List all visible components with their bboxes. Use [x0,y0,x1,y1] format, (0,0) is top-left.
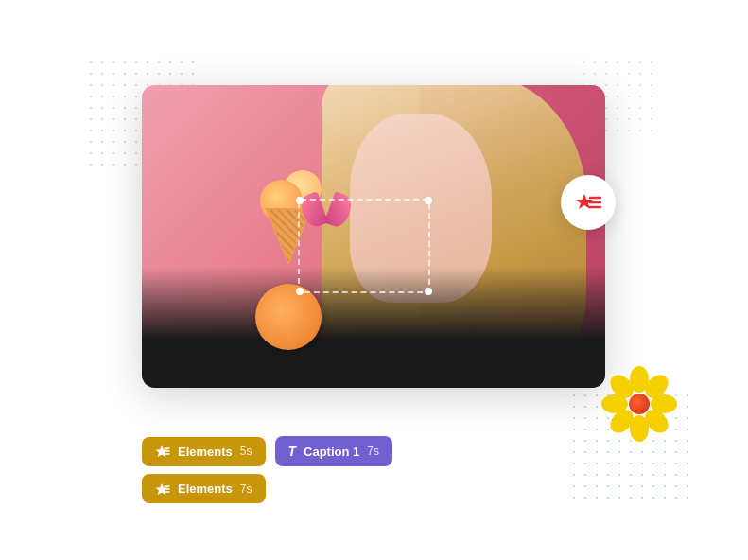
star-list-button[interactable] [561,175,616,230]
selection-handle-br[interactable] [425,288,432,295]
elements-label-1: Elements [178,445,233,459]
elements-duration-1: 5s [240,445,252,458]
elements-star-icon-1 [155,445,170,458]
caption-label-1: Caption 1 [304,445,359,459]
video-preview-card [142,85,605,388]
elements-track-2[interactable]: Elements 7s [142,474,266,503]
caption-duration-1: 7s [367,445,379,458]
selection-handle-tr[interactable] [425,197,432,204]
selection-handle-bl[interactable] [296,288,304,295]
elements-star-icon-2 [155,482,170,496]
orange-sticker [255,284,322,350]
video-background [142,85,605,388]
flower-center [629,394,650,414]
flower-sticker [606,371,672,437]
timeline-area: Elements 5s T Caption 1 7s Elements 7s [142,436,392,503]
selection-handle-tl[interactable] [296,197,304,204]
selection-box [298,199,430,293]
elements-track-1[interactable]: Elements 5s [142,437,266,466]
elements-duration-2: 7s [240,482,252,496]
caption-T-icon: T [288,444,297,459]
elements-label-2: Elements [178,481,233,496]
main-scene: Elements 5s T Caption 1 7s Elements 7s [0,0,748,560]
track-row-1: Elements 5s T Caption 1 7s [142,436,392,466]
track-row-2: Elements 7s [142,474,392,503]
star-icon-inner [575,192,601,213]
star-list-icon [575,192,601,213]
caption-track-1[interactable]: T Caption 1 7s [275,436,392,466]
